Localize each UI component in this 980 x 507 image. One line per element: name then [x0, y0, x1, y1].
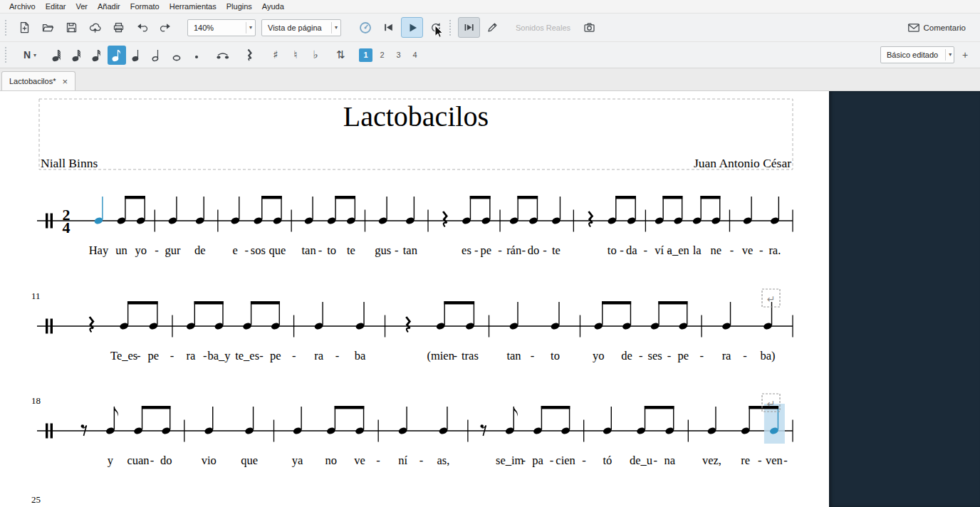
flat-button[interactable]: ♭: [306, 46, 325, 65]
loop-playback-button[interactable]: [424, 17, 447, 38]
rest[interactable]: [406, 317, 410, 333]
lyric-syllable[interactable]: ba: [355, 349, 366, 362]
lyric-syllable[interactable]: vez,: [702, 454, 721, 467]
note[interactable]: ra.: [768, 197, 781, 257]
lyric-syllable[interactable]: vio: [202, 454, 217, 467]
tab-lactobacilos[interactable]: Lactobacilos* ×: [1, 71, 75, 90]
note[interactable]: gus: [375, 197, 391, 257]
note[interactable]: pe: [481, 196, 492, 257]
note[interactable]: pa: [532, 406, 543, 467]
system[interactable]: 11Te_esperaba_yte_esperaba(mientrastanto…: [31, 289, 793, 362]
note[interactable]: ya: [292, 407, 303, 467]
lyric-syllable[interactable]: cien: [556, 454, 575, 467]
note[interactable]: vez,: [702, 407, 721, 467]
lyric-syllable[interactable]: yo: [135, 244, 147, 257]
note[interactable]: sos: [251, 196, 266, 257]
note[interactable]: do: [528, 196, 540, 257]
voice-4-button[interactable]: 4: [408, 48, 422, 62]
note[interactable]: gur: [165, 197, 181, 257]
lyric-syllable[interactable]: Hay: [89, 244, 109, 257]
note-64th-button[interactable]: [48, 46, 66, 65]
lyric-syllable[interactable]: da: [626, 244, 637, 257]
note[interactable]: tan: [506, 302, 521, 362]
note[interactable]: es: [462, 196, 471, 257]
lyric-syllable[interactable]: ve: [354, 454, 365, 467]
view-mode-select[interactable]: Vista de página ▾: [261, 19, 341, 36]
note[interactable]: pe: [148, 301, 160, 362]
voice-1-button[interactable]: 1: [359, 48, 372, 62]
lyric-syllable[interactable]: tó: [603, 454, 612, 467]
open-file-button[interactable]: [37, 17, 59, 38]
note-half-button[interactable]: [147, 46, 166, 65]
lyric-syllable[interactable]: do: [528, 244, 540, 257]
lyric-syllable[interactable]: as,: [437, 454, 450, 467]
play-repeats-button[interactable]: [458, 17, 480, 38]
lyric-syllable[interactable]: ve: [742, 244, 754, 257]
note-quarter-button[interactable]: [127, 46, 146, 65]
note[interactable]: ne: [710, 196, 721, 257]
publish-cloud-button[interactable]: [84, 17, 106, 38]
lyric-syllable[interactable]: ne: [710, 244, 721, 257]
lyric-syllable[interactable]: un: [115, 244, 127, 257]
note[interactable]: tan: [301, 197, 316, 257]
note[interactable]: ve: [354, 406, 365, 467]
menu-item-ver[interactable]: Ver: [71, 1, 93, 12]
toolbar-drag-handle[interactable]: [5, 20, 9, 36]
rest[interactable]: [588, 211, 592, 227]
lyric-syllable[interactable]: gur: [165, 244, 181, 257]
image-capture-button[interactable]: [578, 17, 600, 38]
note[interactable]: Te_es: [110, 301, 137, 362]
note-32nd-button[interactable]: [68, 46, 86, 65]
menu-item-editar[interactable]: Editar: [41, 1, 71, 12]
note[interactable]: ba_y: [207, 301, 231, 362]
toolbar-drag-handle[interactable]: [5, 47, 9, 63]
lyric-syllable[interactable]: tras: [462, 349, 479, 362]
note[interactable]: cien: [556, 406, 575, 467]
lyric-syllable[interactable]: ra.: [768, 244, 781, 257]
note[interactable]: as,: [437, 407, 450, 467]
lyric-syllable[interactable]: ba): [760, 349, 775, 362]
note[interactable]: pe: [270, 301, 281, 362]
note[interactable]: un: [115, 196, 127, 257]
rest-button[interactable]: [240, 46, 259, 65]
lyric-syllable[interactable]: de: [621, 349, 632, 362]
note[interactable]: y: [105, 406, 118, 467]
lyric-syllable[interactable]: ní: [398, 454, 407, 467]
lyric-syllable[interactable]: ya: [292, 454, 303, 467]
lyric-syllable[interactable]: Te_es: [110, 349, 137, 362]
lyric-syllable[interactable]: ra: [314, 349, 323, 362]
lyric-syllable[interactable]: ra: [722, 349, 731, 362]
note[interactable]: re: [741, 406, 751, 467]
rest[interactable]: [443, 211, 447, 227]
lyric-syllable[interactable]: pa: [532, 454, 543, 467]
lyric-syllable[interactable]: yo: [593, 349, 605, 362]
lyric-syllable[interactable]: no: [325, 454, 338, 467]
note[interactable]: Hay: [89, 197, 109, 257]
note[interactable]: te: [551, 197, 561, 257]
note[interactable]: que: [241, 407, 258, 467]
redo-button[interactable]: [155, 17, 177, 38]
note[interactable]: da: [626, 196, 637, 257]
print-button[interactable]: [108, 17, 130, 38]
menu-item-plugins[interactable]: Plugins: [221, 1, 257, 12]
note-input-button[interactable]: N ▾: [14, 45, 46, 66]
tie-button[interactable]: [212, 46, 234, 65]
note[interactable]: de: [621, 301, 632, 362]
menu-item-herramientas[interactable]: Herramientas: [165, 1, 221, 12]
lyric-syllable[interactable]: to: [608, 244, 617, 257]
note[interactable]: to: [327, 196, 337, 257]
note[interactable]: la: [692, 196, 702, 257]
lyric-syllable[interactable]: te_es: [235, 349, 259, 362]
note[interactable]: tan: [403, 197, 417, 257]
note[interactable]: e: [230, 197, 240, 257]
menu-item-archivo[interactable]: Archivo: [4, 1, 41, 12]
rest[interactable]: [81, 424, 87, 436]
lyric-syllable[interactable]: pe: [270, 349, 281, 362]
note[interactable]: ní: [398, 407, 408, 467]
score-canvas[interactable]: LactobacilosNiall BinnsJuan Antonio Césa…: [0, 91, 980, 507]
note[interactable]: no: [325, 406, 338, 467]
lyric-syllable[interactable]: se_im: [496, 454, 524, 467]
rest[interactable]: [90, 317, 93, 333]
menu-item-ayuda[interactable]: Ayuda: [257, 1, 289, 12]
sharp-button[interactable]: ♯: [266, 46, 285, 65]
